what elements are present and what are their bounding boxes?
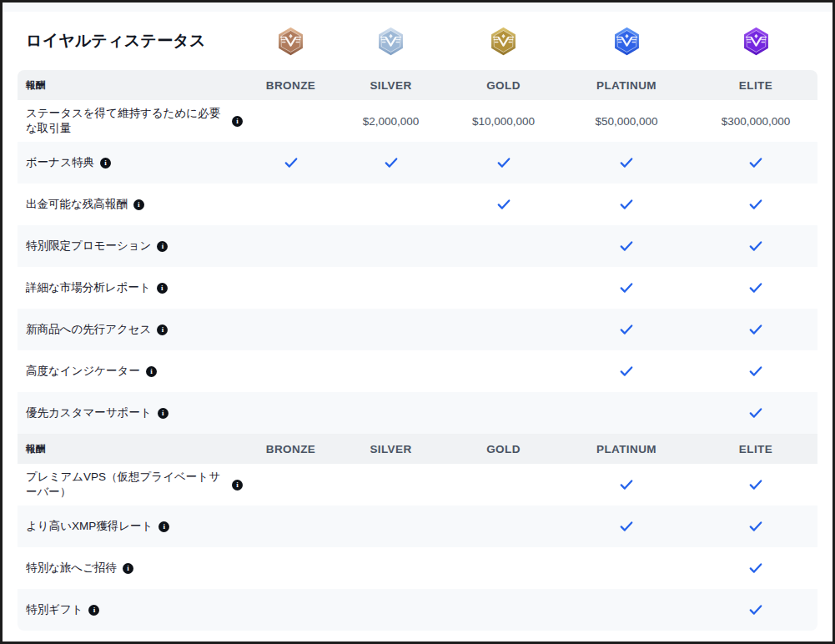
tier-value-silver	[339, 154, 443, 171]
check-icon	[618, 238, 635, 254]
info-icon[interactable]: i	[158, 408, 169, 419]
check-icon	[747, 363, 764, 380]
info-icon[interactable]: i	[157, 283, 168, 294]
column-header-bronze: BRONZE	[243, 443, 339, 455]
column-header-reward: 報酬	[18, 443, 243, 455]
reward-label-text: 特別限定プロモーション	[26, 239, 151, 254]
check-icon	[618, 196, 635, 213]
info-icon[interactable]: i	[100, 158, 111, 169]
reward-label-text: ボーナス特典	[26, 155, 94, 170]
tier-value-platinum	[564, 518, 689, 535]
table-row: 新商品への先行アクセスi	[18, 309, 817, 350]
column-header-bronze: BRONZE	[243, 79, 339, 92]
check-icon	[618, 518, 635, 535]
tier-value-platinum	[564, 154, 689, 171]
check-icon	[747, 518, 764, 535]
table-row: 特別ギフトi	[18, 589, 817, 631]
tier-value-platinum	[564, 279, 689, 296]
info-icon[interactable]: i	[88, 605, 99, 616]
loyalty-comparison-table: 報酬BRONZESILVERGOLDPLATINUMELITEステータスを得て維…	[18, 70, 817, 631]
table-row: プレミアムVPS（仮想プライベートサーバー）i	[18, 464, 817, 506]
table-row: ステータスを得て維持するために必要な取引量i$2,000,000$10,000,…	[18, 100, 817, 142]
bronze-badge-icon	[275, 26, 306, 57]
app-window: ロイヤルティステータス	[0, 0, 835, 644]
table-header-row: 報酬BRONZESILVERGOLDPLATINUMELITE	[18, 70, 817, 100]
tier-badge-cell-platinum	[564, 26, 689, 57]
check-icon	[747, 405, 764, 421]
tier-value-platinum	[564, 238, 689, 254]
tier-value-elite	[689, 279, 822, 296]
check-icon	[383, 154, 400, 171]
tier-value-elite	[689, 238, 822, 254]
tier-badge-cell-silver	[339, 26, 443, 57]
column-header-platinum: PLATINUM	[564, 443, 689, 455]
table-row: 高度なインジケーターi	[18, 350, 817, 392]
reward-label-text: 特別ギフト	[26, 602, 83, 617]
table-row: 詳細な市場分析レポートi	[18, 267, 817, 309]
reward-label: 特別ギフトi	[18, 602, 243, 617]
tier-value-elite	[689, 518, 822, 535]
reward-label: 出金可能な残高報酬i	[18, 197, 243, 212]
table-row: 出金可能な残高報酬i	[18, 184, 817, 225]
column-header-elite: ELITE	[689, 79, 822, 92]
table-row: 特別な旅へご招待i	[18, 547, 817, 589]
tier-value-elite	[689, 601, 822, 618]
tier-value-elite	[689, 476, 822, 493]
tier-value-gold	[443, 196, 564, 213]
check-icon	[747, 321, 764, 338]
info-icon[interactable]: i	[232, 480, 243, 491]
masthead: ロイヤルティステータス	[18, 12, 817, 70]
reward-label-text: 優先カスタマーサポート	[26, 405, 152, 420]
reward-label: 特別限定プロモーションi	[18, 239, 243, 254]
reward-label: 優先カスタマーサポートi	[18, 405, 243, 420]
tier-value-gold	[443, 154, 564, 171]
tier-value-elite	[689, 560, 822, 576]
info-icon[interactable]: i	[157, 325, 168, 335]
check-icon	[747, 476, 764, 493]
table-row: より高いXMP獲得レートi	[18, 506, 817, 547]
info-icon[interactable]: i	[232, 116, 243, 127]
reward-label-text: 高度なインジケーター	[26, 364, 140, 379]
table-row: 優先カスタマーサポートi	[18, 392, 817, 434]
column-header-silver: SILVER	[339, 79, 443, 92]
check-icon	[495, 196, 512, 213]
check-icon	[495, 154, 512, 171]
check-icon	[618, 154, 635, 171]
check-icon	[618, 363, 635, 380]
page-background-strip	[3, 3, 832, 12]
table-row: ボーナス特典i	[18, 142, 817, 184]
check-icon	[747, 279, 764, 296]
column-header-silver: SILVER	[339, 443, 443, 455]
info-icon[interactable]: i	[146, 366, 157, 377]
info-icon[interactable]: i	[157, 241, 168, 252]
table-header-row: 報酬BRONZESILVERGOLDPLATINUMELITE	[18, 434, 817, 464]
platinum-badge-icon	[611, 26, 642, 57]
tier-value-elite	[689, 196, 822, 213]
reward-label: プレミアムVPS（仮想プライベートサーバー）i	[18, 470, 243, 500]
table-row: 特別限定プロモーションi	[18, 225, 817, 267]
tier-value-elite	[689, 405, 822, 421]
tier-value-platinum	[564, 363, 689, 380]
info-icon[interactable]: i	[158, 521, 169, 532]
reward-label-text: 出金可能な残高報酬	[26, 197, 128, 212]
tier-value-platinum	[564, 196, 689, 213]
check-icon	[747, 601, 764, 618]
reward-label: 詳細な市場分析レポートi	[18, 280, 243, 295]
check-icon	[618, 279, 635, 296]
info-icon[interactable]: i	[133, 199, 144, 210]
tier-value-gold: $10,000,000	[443, 115, 564, 128]
gold-badge-icon	[488, 26, 519, 57]
info-icon[interactable]: i	[123, 563, 133, 574]
reward-label-text: 特別な旅へご招待	[26, 561, 117, 576]
page-title: ロイヤルティステータス	[18, 30, 243, 52]
tier-value-elite: $300,000,000	[689, 115, 822, 128]
reward-label: ステータスを得て維持するために必要な取引量i	[18, 106, 243, 136]
check-icon	[747, 560, 764, 576]
check-icon	[618, 476, 635, 493]
reward-label-text: ステータスを得て維持するために必要な取引量	[26, 106, 226, 136]
tier-badge-cell-gold	[443, 26, 564, 57]
column-header-gold: GOLD	[443, 443, 564, 455]
reward-label: 新商品への先行アクセスi	[18, 322, 243, 337]
tier-value-platinum: $50,000,000	[564, 115, 689, 128]
reward-label-text: より高いXMP獲得レート	[26, 519, 153, 534]
